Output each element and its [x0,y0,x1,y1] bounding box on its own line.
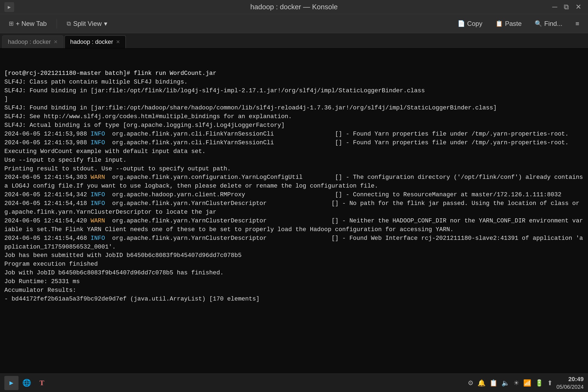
terminal-line: Accumulator Results: [4,286,584,295]
find-label: Find... [544,20,562,27]
tabs-bar: hadoop : docker ✕ hadoop : docker ✕ [0,33,588,48]
terminal-line: SLF4J: See http://www.slf4j.org/codes.ht… [4,112,584,121]
terminal-line: - bd44172fef2b61aa5a3f9bc92de9d7ef (java… [4,295,584,304]
terminal-line: ] [4,95,584,104]
terminal-line: SLF4J: Class path contains multiple SLF4… [4,78,584,87]
split-view-button[interactable]: ⧉ Split View ▾ [63,18,111,29]
terminal-line: Program execution finished [4,260,584,269]
taskbar-datetime: 20:49 05/06/2024 [556,375,584,390]
terminal-line: Executing WordCount example with default… [4,147,584,156]
terminal-line: 2024-06-05 12:41:53,988 INFO org.apache.… [4,130,584,139]
terminal-line: [root@rcj-2021211180-master batch]# flin… [4,69,584,78]
titlebar-controls: ─ ⧉ ✕ [550,3,584,11]
tab-1-close[interactable]: ✕ [54,39,58,45]
copy-icon: 📄 [458,20,465,27]
toolbar-right: 📄 Copy 📋 Paste 🔍 Find... ≡ [454,18,583,29]
browser-taskbar-app[interactable]: 🌐 [20,376,34,390]
taskbar-date: 05/06/2024 [556,383,584,390]
paste-icon: 📋 [495,20,503,27]
copy-button[interactable]: 📄 Copy [454,18,486,29]
toolbar: ⊞ + New Tab ⧉ Split View ▾ 📄 Copy 📋 Past… [0,14,588,33]
tab-1[interactable]: hadoop : docker ✕ [2,35,63,48]
toolbar-separator-1 [57,19,57,29]
paste-label: Paste [505,20,522,27]
split-view-label: Split View [73,20,102,27]
text-editor-taskbar-app[interactable]: T [35,376,49,390]
close-button[interactable]: ✕ [573,3,584,11]
new-tab-button[interactable]: ⊞ + New Tab [5,18,50,29]
new-tab-icon: ⊞ [9,20,14,27]
menu-icon: ≡ [575,20,579,27]
terminal-line: 2024-06-05 12:41:54,342 INFO org.apache.… [4,191,584,199]
terminal-line: Job with JobID b6450b6c8083f9b45407d96dd… [4,269,584,277]
split-view-arrow-icon: ▾ [104,20,107,27]
terminal-line: 2024-06-05 12:41:54,418 INFO org.apache.… [4,199,584,217]
tab-2-close[interactable]: ✕ [116,39,120,45]
copy-label: Copy [467,20,482,27]
terminal-line: Printing result to stdout. Use --output … [4,165,584,173]
find-icon: 🔍 [535,20,542,27]
menu-button[interactable]: ≡ [572,18,583,29]
update-taskbar-icon[interactable]: ⬆ [547,379,553,387]
minimize-button[interactable]: ─ [550,3,559,11]
terminal-line: SLF4J: Found binding in [jar:file:/opt/h… [4,104,584,112]
paste-button[interactable]: 📋 Paste [492,18,525,29]
terminal-line: Job Runtime: 25331 ms [4,277,584,286]
notification-taskbar-icon[interactable]: 🔔 [477,379,486,387]
tab-2[interactable]: hadoop : docker ✕ [65,35,126,48]
titlebar: ▶ hadoop : docker — Konsole ─ ⧉ ✕ [0,0,588,14]
find-button[interactable]: 🔍 Find... [531,18,566,29]
terminal-line: 2024-06-05 12:41:54,420 WARN org.apache.… [4,217,584,234]
terminal-line: Use --input to specify file input. [4,156,584,165]
app-menu-icon[interactable]: ▶ [4,2,14,12]
terminal-line: 2024-06-05 12:41:54,468 INFO org.apache.… [4,234,584,252]
wifi-taskbar-icon[interactable]: 📶 [523,379,531,387]
taskbar: ▶ 🌐 T ⚙ 🔔 📋 🔈 ☀ 📶 🔋 ⬆ 20:49 05/06/2024 [0,373,588,392]
tab-2-label: hadoop : docker [70,38,113,45]
konsole-taskbar-app[interactable]: ▶ [4,376,19,390]
new-tab-label: + New Tab [16,20,47,27]
volume-taskbar-icon[interactable]: 🔈 [501,379,510,387]
terminal-line: Job has been submitted with JobID b6450b… [4,251,584,260]
window-title: hadoop : docker — Konsole [250,3,338,11]
taskbar-system-area: ⚙ 🔔 📋 🔈 ☀ 📶 🔋 ⬆ 20:49 05/06/2024 [468,375,584,390]
clipboard-taskbar-icon[interactable]: 📋 [489,379,498,387]
terminal-line: 2024-06-05 12:41:53,988 INFO org.apache.… [4,139,584,147]
tab-1-label: hadoop : docker [8,38,51,45]
terminal-wrapper: [root@rcj-2021211180-master batch]# flin… [0,48,588,373]
terminal-line: SLF4J: Found binding in [jar:file:/opt/f… [4,87,584,95]
brightness-taskbar-icon[interactable]: ☀ [513,379,519,387]
terminal-line: 2024-06-05 12:41:54,303 WARN org.apache.… [4,173,584,191]
settings-taskbar-icon[interactable]: ⚙ [468,379,474,387]
titlebar-left: ▶ [4,2,14,12]
taskbar-time: 20:49 [556,375,584,383]
terminal-output[interactable]: [root@rcj-2021211180-master batch]# flin… [0,48,588,373]
restore-button[interactable]: ⧉ [562,3,571,11]
terminal-line: SLF4J: Actual binding is of type [org.ap… [4,121,584,130]
split-view-icon: ⧉ [67,20,71,27]
battery-taskbar-icon[interactable]: 🔋 [535,379,543,387]
